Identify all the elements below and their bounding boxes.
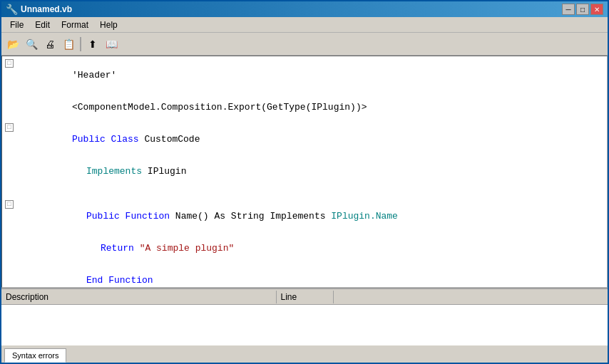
errors-columns: Description Line: [1, 289, 608, 305]
errors-body: [1, 305, 608, 345]
menu-edit[interactable]: Edit: [29, 19, 56, 31]
collapse-1[interactable]: □: [5, 59, 14, 68]
minimize-button[interactable]: ─: [562, 4, 575, 15]
help-button[interactable]: 📖: [103, 36, 120, 53]
gutter-6: □: [4, 200, 16, 209]
code-line-3: □ Public Class CustomCode: [2, 123, 607, 155]
menu-bar: File Edit Format Help: [1, 17, 608, 33]
collapse-3[interactable]: □: [5, 123, 14, 132]
maximize-button[interactable]: □: [576, 4, 589, 15]
close-button[interactable]: ✕: [590, 4, 603, 15]
code-line-1: □ 'Header': [2, 59, 607, 91]
toolbar: 📂 🔍 🖨 📋 ⬆ 📖: [1, 33, 608, 56]
line-content-8: End Function: [16, 264, 605, 288]
up-button[interactable]: ⬆: [84, 36, 101, 53]
collapse-6[interactable]: □: [5, 200, 14, 209]
code-line-6: □ Public Function Name() As String Imple…: [2, 200, 607, 232]
window-title: Unnamed.vb: [21, 4, 72, 14]
line-content-1: 'Header': [16, 59, 605, 91]
copy-button[interactable]: 📋: [60, 36, 77, 53]
title-bar-left: 🔧 Unnamed.vb: [6, 4, 72, 15]
find-button[interactable]: 🔍: [23, 36, 40, 53]
main-content: □ 'Header' <ComponentModel.Composition.E…: [1, 56, 608, 363]
code-line-8: End Function: [2, 264, 607, 288]
gutter-1: □: [4, 59, 16, 68]
code-line-2: <ComponentModel.Composition.Export(GetTy…: [2, 91, 607, 123]
title-bar: 🔧 Unnamed.vb ─ □ ✕: [1, 1, 608, 17]
menu-format[interactable]: Format: [56, 19, 94, 31]
line-content-3: Public Class CustomCode: [16, 123, 605, 155]
code-editor[interactable]: □ 'Header' <ComponentModel.Composition.E…: [1, 56, 608, 288]
line-content-6: Public Function Name() As String Impleme…: [16, 200, 605, 232]
col-extra: [334, 296, 608, 298]
print-button[interactable]: 🖨: [41, 36, 58, 53]
col-description: Description: [1, 291, 277, 303]
window-controls: ─ □ ✕: [562, 4, 603, 15]
syntax-errors-tab[interactable]: Syntax errors: [4, 348, 66, 363]
line-content-2: <ComponentModel.Composition.Export(GetTy…: [16, 91, 605, 123]
errors-panel: Description Line Syntax errors: [1, 288, 608, 363]
code-line-4: Implements IPlugin: [2, 155, 607, 187]
code-line-5: [2, 187, 607, 200]
line-content-4: Implements IPlugin: [16, 155, 605, 187]
code-line-7: Return "A simple plugin": [2, 232, 607, 264]
gutter-3: □: [4, 123, 16, 132]
app-icon: 🔧: [6, 4, 17, 15]
open-button[interactable]: 📂: [4, 36, 21, 53]
errors-tab-bar: Syntax errors: [1, 345, 608, 363]
line-content-7: Return "A simple plugin": [16, 232, 605, 264]
line-content-5: [16, 187, 605, 198]
main-window: 🔧 Unnamed.vb ─ □ ✕ File Edit Format Help…: [0, 0, 609, 364]
col-line: Line: [277, 291, 334, 303]
menu-help[interactable]: Help: [94, 19, 123, 31]
toolbar-separator: [80, 37, 81, 51]
menu-file[interactable]: File: [4, 19, 29, 31]
